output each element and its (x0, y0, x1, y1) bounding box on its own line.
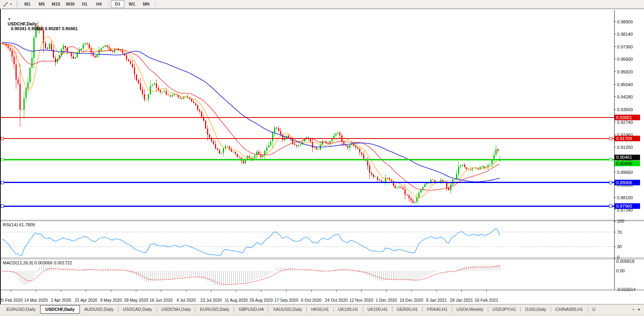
tab-uk100-h1[interactable]: UK100,H1 (334, 305, 363, 314)
svg-text:2 Apr 2020: 2 Apr 2020 (51, 298, 71, 303)
tab-eurusd-daily[interactable]: EURUSD,Daily (2, 305, 40, 314)
svg-text:0.92740: 0.92740 (617, 120, 633, 125)
tab-fra40-h1[interactable]: FRA40,H1 (423, 305, 452, 314)
svg-text:28 May 2020: 28 May 2020 (124, 298, 148, 303)
tab-china300-h1[interactable]: CHINA300,H1 (551, 305, 588, 314)
svg-text:0.98140: 0.98140 (617, 32, 633, 37)
tab-uk100-h1[interactable]: UK100,H1 (363, 305, 392, 314)
svg-text:24 Oct 2020: 24 Oct 2020 (325, 298, 348, 303)
time-axis[interactable]: 25 Feb 202014 Mar 20202 Apr 202021 Apr 2… (0, 290, 498, 303)
svg-text:9 May 2020: 9 May 2020 (100, 298, 122, 303)
tab-usdcad-daily[interactable]: USDCAD,Daily (118, 305, 157, 314)
hline-handle[interactable] (1, 137, 4, 140)
tab-usdchf-daily[interactable]: USDCHF,Daily (40, 305, 80, 314)
tab-hk50-h1[interactable]: HK50,H1 (307, 305, 333, 314)
timeframe-button-w1[interactable]: W1 (125, 0, 139, 8)
rsi-axis: 10070300 (614, 219, 624, 260)
svg-text:0.94280: 0.94280 (617, 94, 633, 99)
svg-text:0.97360: 0.97360 (617, 44, 633, 49)
svg-text:0.98900: 0.98900 (617, 19, 633, 24)
svg-text:28 Jan 2021: 28 Jan 2021 (450, 298, 473, 303)
svg-text:0.005818: 0.005818 (616, 259, 634, 264)
hline-handle[interactable] (1, 205, 4, 208)
tab-usdcnh-daily[interactable]: USDCNH,Daily (157, 305, 195, 314)
level-label-0.93001: 0.93001 (615, 115, 640, 120)
svg-text:6 Oct 2020: 6 Oct 2020 (301, 298, 322, 303)
svg-text:16 Jun 2020: 16 Jun 2020 (150, 298, 173, 303)
svg-text:0.96600: 0.96600 (617, 57, 633, 62)
hline-handle[interactable] (609, 205, 612, 208)
toolbar-separator (155, 1, 156, 7)
svg-text:23 Jul 2020: 23 Jul 2020 (200, 298, 222, 303)
level-label-0.91709: 0.91709 (615, 136, 640, 141)
svg-text:29 Aug 2020: 29 Aug 2020 (249, 298, 273, 303)
timeframe-button-mn[interactable]: MN (139, 0, 153, 8)
svg-text:0.87560: 0.87560 (616, 204, 632, 208)
macd-axis: 0.0058180.00-0.011514 (616, 259, 636, 292)
timeframe-button-m30[interactable]: M30 (64, 0, 77, 8)
svg-text:0.93500: 0.93500 (617, 107, 633, 112)
svg-text:25 Feb 2020: 25 Feb 2020 (0, 298, 23, 303)
svg-text:19 Dec 2020: 19 Dec 2020 (400, 298, 424, 303)
tab-overflow-clipped[interactable]: U (588, 305, 597, 314)
tab-gbpusd-h4[interactable]: GBPUSD,H4 (234, 305, 268, 314)
svg-text:0.89006: 0.89006 (616, 180, 632, 185)
cursor-dropdown-icon[interactable]: ▼ (10, 3, 12, 6)
top-toolbar: ▼ M1M5M15M30H1H4D1W1MN (0, 0, 644, 9)
tab-scroll-right-icon[interactable]: ► (636, 307, 642, 312)
macd-indicator-label: MACD(12,26,9) 0.003066 0.001722 (3, 260, 72, 265)
svg-text:12 Nov 2020: 12 Nov 2020 (350, 298, 373, 303)
ma-slow-line (2, 42, 500, 182)
window-left-border (0, 9, 1, 304)
tab-ger30-h1[interactable]: GER30,H1 (393, 305, 422, 314)
svg-text:14 Mar 2020: 14 Mar 2020 (24, 298, 48, 303)
svg-text:70: 70 (617, 230, 622, 235)
timeframe-button-h1[interactable]: H1 (78, 0, 91, 8)
svg-text:17 Sep 2020: 17 Sep 2020 (275, 298, 298, 303)
rsi-line (2, 229, 500, 256)
tab-usdjpy-h1[interactable]: USDJPY,H1 (488, 305, 520, 314)
chart-title: ▼ USDCHF,Daily 0.90341 0.90653 0.90287 0… (3, 12, 77, 36)
svg-text:11 Aug 2020: 11 Aug 2020 (224, 298, 248, 303)
svg-text:0.89660: 0.89660 (617, 170, 633, 175)
hline-handle[interactable] (609, 181, 612, 184)
svg-text:100: 100 (617, 219, 624, 224)
chart-menu-icon[interactable]: ▼ (8, 17, 11, 21)
svg-text:0.88100: 0.88100 (617, 195, 633, 200)
svg-text:-0.011514: -0.011514 (616, 287, 636, 292)
ma-medium-line (2, 44, 500, 190)
tab-scroll-controls: ◄ ► (630, 307, 644, 312)
toolbar-grip[interactable] (15, 1, 17, 7)
tab-dj30-daily[interactable]: DJ30,Daily (521, 305, 551, 314)
chart-ohlc-values: 0.90341 0.90653 0.90287 0.90461 (11, 26, 77, 31)
crosshair-tool-icon[interactable] (2, 1, 9, 8)
chart-canvas[interactable]: 0.989000.981400.973600.966000.958200.950… (0, 9, 644, 304)
svg-text:30: 30 (617, 244, 622, 249)
timeframe-button-group: M1M5M15M30H1H4D1W1MN (20, 0, 158, 8)
hline-handle[interactable] (609, 137, 612, 140)
svg-text:0.91200: 0.91200 (617, 145, 633, 150)
timeframe-button-m1[interactable]: M1 (21, 0, 34, 8)
toolbar-separator (108, 1, 108, 7)
svg-text:0.91709: 0.91709 (616, 136, 632, 141)
timeframe-button-m5[interactable]: M5 (35, 0, 48, 8)
level-label-0.89006: 0.89006 (615, 180, 640, 185)
timeframe-button-h4[interactable]: H4 (92, 0, 106, 8)
svg-text:21 Apr 2020: 21 Apr 2020 (75, 298, 97, 303)
tab-audusd-daily[interactable]: AUDUSD,Daily (80, 305, 118, 314)
svg-text:9 Jan 2021: 9 Jan 2021 (426, 298, 447, 303)
tab-scroll-left-icon[interactable]: ◄ (630, 307, 636, 312)
rsi-indicator-label: RSI(14) 61.7809 (3, 222, 35, 227)
tab-eurusd-daily[interactable]: EURUSD,Daily (195, 305, 234, 314)
hline-handle[interactable] (1, 181, 4, 184)
svg-text:0.90461: 0.90461 (616, 155, 632, 160)
timeframe-button-d1[interactable]: D1 (111, 0, 124, 8)
macd-histogram (2, 264, 500, 286)
timeframe-button-m15[interactable]: M15 (49, 0, 63, 8)
status-strip (0, 314, 644, 316)
current-price-label: 0.90461 (615, 155, 640, 160)
tab-xauusd-daily[interactable]: XAUUSD,Daily (269, 305, 306, 314)
tab-usoil-weekly[interactable]: USOil,Weekly (452, 305, 488, 314)
svg-text:16 Feb 2021: 16 Feb 2021 (475, 298, 498, 303)
chart-window: 0.989000.981400.973600.966000.958200.950… (0, 9, 644, 304)
